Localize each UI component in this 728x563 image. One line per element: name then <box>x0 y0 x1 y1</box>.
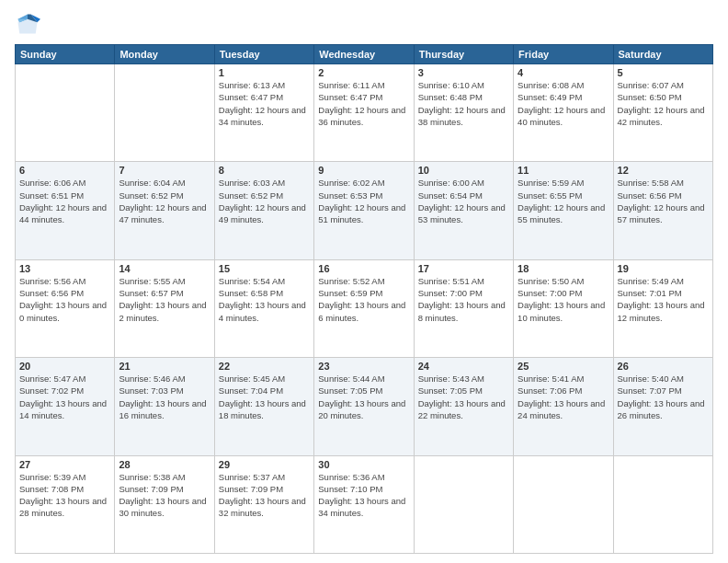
day-info: Sunrise: 5:59 AM Sunset: 6:55 PM Dayligh… <box>518 177 609 225</box>
sunrise-label: Sunrise: 6:03 AM <box>219 178 285 188</box>
day-number: 10 <box>418 165 509 176</box>
calendar-cell: 3 Sunrise: 6:10 AM Sunset: 6:48 PM Dayli… <box>414 64 513 162</box>
calendar-cell: 1 Sunrise: 6:13 AM Sunset: 6:47 PM Dayli… <box>214 64 313 162</box>
calendar-cell <box>414 455 513 553</box>
calendar-cell: 11 Sunrise: 5:59 AM Sunset: 6:55 PM Dayl… <box>514 162 613 259</box>
sunrise-label: Sunrise: 5:37 AM <box>219 472 285 482</box>
day-number: 16 <box>318 263 409 274</box>
day-number: 20 <box>19 361 110 372</box>
day-info: Sunrise: 5:55 AM Sunset: 6:57 PM Dayligh… <box>119 275 210 324</box>
day-number: 15 <box>219 263 310 274</box>
day-info: Sunrise: 5:39 AM Sunset: 7:08 PM Dayligh… <box>19 471 110 520</box>
sunset-label: Sunset: 7:02 PM <box>19 385 84 396</box>
sunrise-label: Sunrise: 6:02 AM <box>318 178 384 188</box>
sunrise-label: Sunrise: 5:36 AM <box>318 472 384 482</box>
sunrise-label: Sunrise: 5:58 AM <box>618 178 684 188</box>
day-info: Sunrise: 5:50 AM Sunset: 7:00 PM Dayligh… <box>518 275 609 324</box>
sunrise-label: Sunrise: 5:49 AM <box>618 276 684 286</box>
daylight-label: Daylight: 12 hours and 57 minutes. <box>618 202 705 224</box>
calendar-cell: 9 Sunrise: 6:02 AM Sunset: 6:53 PM Dayli… <box>314 162 414 259</box>
sunset-label: Sunset: 6:55 PM <box>518 190 582 201</box>
day-info: Sunrise: 6:07 AM Sunset: 6:50 PM Dayligh… <box>618 79 709 128</box>
sunset-label: Sunset: 7:05 PM <box>318 385 382 396</box>
day-number: 3 <box>418 67 509 78</box>
day-info: Sunrise: 5:49 AM Sunset: 7:01 PM Dayligh… <box>618 275 709 324</box>
day-info: Sunrise: 6:03 AM Sunset: 6:52 PM Dayligh… <box>219 177 310 225</box>
day-info: Sunrise: 5:44 AM Sunset: 7:05 PM Dayligh… <box>318 373 409 421</box>
sunset-label: Sunset: 7:06 PM <box>518 385 582 396</box>
calendar-cell: 13 Sunrise: 5:56 AM Sunset: 6:56 PM Dayl… <box>16 259 115 357</box>
logo <box>15 11 44 37</box>
sunrise-label: Sunrise: 5:55 AM <box>119 276 185 286</box>
day-number: 12 <box>618 165 709 176</box>
sunrise-label: Sunrise: 6:04 AM <box>119 178 185 188</box>
week-row-3: 13 Sunrise: 5:56 AM Sunset: 6:56 PM Dayl… <box>16 259 713 357</box>
sunrise-label: Sunrise: 5:52 AM <box>318 276 384 286</box>
day-info: Sunrise: 5:37 AM Sunset: 7:09 PM Dayligh… <box>219 471 310 520</box>
sunset-label: Sunset: 6:47 PM <box>318 92 382 102</box>
sunset-label: Sunset: 6:59 PM <box>318 288 382 298</box>
sunrise-label: Sunrise: 6:11 AM <box>318 80 384 90</box>
day-number: 9 <box>318 165 409 176</box>
sunset-label: Sunset: 7:08 PM <box>19 484 84 494</box>
calendar-cell: 24 Sunrise: 5:43 AM Sunset: 7:05 PM Dayl… <box>414 358 513 455</box>
calendar-cell: 28 Sunrise: 5:38 AM Sunset: 7:09 PM Dayl… <box>115 455 214 553</box>
week-row-4: 20 Sunrise: 5:47 AM Sunset: 7:02 PM Dayl… <box>16 358 713 455</box>
sunrise-label: Sunrise: 5:45 AM <box>219 373 285 384</box>
day-number: 8 <box>219 165 310 176</box>
daylight-label: Daylight: 12 hours and 47 minutes. <box>119 202 206 224</box>
daylight-label: Daylight: 12 hours and 40 minutes. <box>518 105 605 127</box>
daylight-label: Daylight: 13 hours and 28 minutes. <box>19 496 107 518</box>
daylight-label: Daylight: 13 hours and 4 minutes. <box>219 300 306 322</box>
day-info: Sunrise: 5:38 AM Sunset: 7:09 PM Dayligh… <box>119 471 210 520</box>
sunrise-label: Sunrise: 5:39 AM <box>19 472 85 482</box>
day-number: 28 <box>119 459 210 470</box>
sunset-label: Sunset: 6:50 PM <box>618 92 682 102</box>
calendar-cell: 17 Sunrise: 5:51 AM Sunset: 7:00 PM Dayl… <box>414 259 513 357</box>
sunrise-label: Sunrise: 6:08 AM <box>518 80 584 90</box>
sunset-label: Sunset: 7:09 PM <box>119 484 183 494</box>
sunrise-label: Sunrise: 6:07 AM <box>618 80 684 90</box>
day-info: Sunrise: 6:08 AM Sunset: 6:49 PM Dayligh… <box>518 79 609 128</box>
sunset-label: Sunset: 7:10 PM <box>318 484 382 494</box>
sunset-label: Sunset: 6:56 PM <box>19 288 84 298</box>
calendar-cell: 8 Sunrise: 6:03 AM Sunset: 6:52 PM Dayli… <box>214 162 313 259</box>
daylight-label: Daylight: 13 hours and 16 minutes. <box>119 398 206 420</box>
day-info: Sunrise: 5:40 AM Sunset: 7:07 PM Dayligh… <box>618 373 709 421</box>
sunrise-label: Sunrise: 6:00 AM <box>418 178 484 188</box>
day-info: Sunrise: 6:10 AM Sunset: 6:48 PM Dayligh… <box>418 79 509 128</box>
day-number: 4 <box>518 67 609 78</box>
day-number: 25 <box>518 361 609 372</box>
day-number: 11 <box>518 165 609 176</box>
week-row-1: 1 Sunrise: 6:13 AM Sunset: 6:47 PM Dayli… <box>16 64 713 162</box>
sunset-label: Sunset: 7:03 PM <box>119 385 183 396</box>
daylight-label: Daylight: 13 hours and 18 minutes. <box>219 398 306 420</box>
day-number: 13 <box>19 263 110 274</box>
day-info: Sunrise: 5:52 AM Sunset: 6:59 PM Dayligh… <box>318 275 409 324</box>
weekday-header-tuesday: Tuesday <box>214 45 313 64</box>
calendar-cell <box>613 455 712 553</box>
sunrise-label: Sunrise: 5:54 AM <box>219 276 285 286</box>
daylight-label: Daylight: 13 hours and 10 minutes. <box>518 300 605 322</box>
weekday-header-sunday: Sunday <box>16 45 115 64</box>
sunset-label: Sunset: 6:54 PM <box>418 190 483 201</box>
sunrise-label: Sunrise: 5:41 AM <box>518 373 584 384</box>
day-info: Sunrise: 5:54 AM Sunset: 6:58 PM Dayligh… <box>219 275 310 324</box>
daylight-label: Daylight: 12 hours and 55 minutes. <box>518 202 605 224</box>
daylight-label: Daylight: 12 hours and 49 minutes. <box>219 202 306 224</box>
weekday-header-thursday: Thursday <box>414 45 513 64</box>
day-info: Sunrise: 6:04 AM Sunset: 6:52 PM Dayligh… <box>119 177 210 225</box>
daylight-label: Daylight: 13 hours and 30 minutes. <box>119 496 206 518</box>
daylight-label: Daylight: 13 hours and 32 minutes. <box>219 496 306 518</box>
sunset-label: Sunset: 6:51 PM <box>19 190 84 201</box>
calendar-cell: 22 Sunrise: 5:45 AM Sunset: 7:04 PM Dayl… <box>214 358 313 455</box>
calendar-table: SundayMondayTuesdayWednesdayThursdayFrid… <box>15 44 713 554</box>
calendar-cell: 23 Sunrise: 5:44 AM Sunset: 7:05 PM Dayl… <box>314 358 414 455</box>
calendar-cell: 25 Sunrise: 5:41 AM Sunset: 7:06 PM Dayl… <box>514 358 613 455</box>
calendar-cell: 29 Sunrise: 5:37 AM Sunset: 7:09 PM Dayl… <box>214 455 313 553</box>
day-number: 21 <box>119 361 210 372</box>
daylight-label: Daylight: 13 hours and 2 minutes. <box>119 300 206 322</box>
sunset-label: Sunset: 6:52 PM <box>219 190 283 201</box>
day-number: 5 <box>618 67 709 78</box>
sunset-label: Sunset: 6:53 PM <box>318 190 382 201</box>
